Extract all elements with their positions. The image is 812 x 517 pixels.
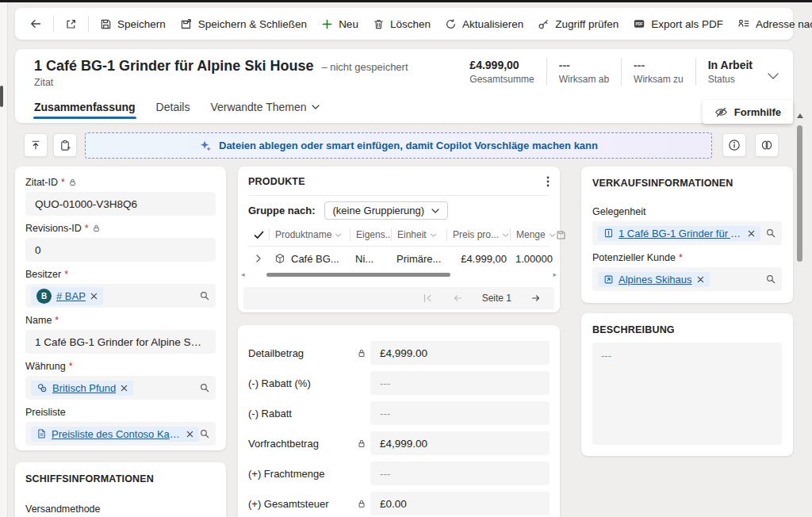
new-label: Neu (339, 18, 358, 30)
account-icon (603, 274, 614, 285)
opportunity-link[interactable]: 1 Café BG-1 Grinder für Alpine Sk... (619, 228, 743, 239)
tab-verwandte-themen[interactable]: Verwandte Themen (210, 101, 319, 123)
lock-icon (353, 348, 370, 358)
save-icon (100, 18, 112, 30)
product-einheit-cell: Primäre... (391, 253, 446, 265)
select-all-check-icon[interactable] (254, 231, 264, 239)
currency-link[interactable]: Britisch Pfund (52, 382, 116, 394)
refresh-button[interactable]: Aktualisieren (438, 13, 530, 35)
more-options-icon[interactable] (546, 175, 550, 188)
quote-id-label: Zitat-ID (25, 177, 216, 188)
pricelist-link[interactable]: Preisliste des Contoso Kaffees (52, 428, 182, 440)
stat-total-label: Gesamtsumme (469, 74, 534, 85)
next-page-icon[interactable] (530, 293, 542, 304)
search-icon[interactable] (199, 428, 210, 439)
search-icon[interactable] (765, 274, 776, 285)
rabatt-field[interactable]: --- (370, 401, 550, 425)
potential-customer-link[interactable]: Alpines Skihaus (619, 274, 692, 285)
form-help-button[interactable]: Formhilfe (703, 100, 793, 124)
check-access-button[interactable]: Zugriff prüfen (530, 13, 626, 35)
row-expand-chevron-icon[interactable] (256, 255, 261, 262)
owner-field[interactable]: B # BAP (25, 284, 216, 308)
gesamtsteuer-field[interactable]: £0.00 (370, 492, 550, 515)
remove-value-icon[interactable] (121, 385, 128, 392)
col-menge[interactable]: Menge (510, 228, 556, 241)
scroll-right-arrow-icon[interactable]: ▸ (553, 270, 557, 278)
remove-value-icon[interactable] (697, 276, 704, 283)
currency-pill: Britisch Pfund (31, 381, 133, 396)
vertical-scroll-thumb[interactable] (797, 125, 802, 262)
first-page-icon[interactable] (422, 293, 433, 304)
popout-button[interactable] (58, 13, 84, 35)
description-field[interactable]: --- (592, 343, 782, 445)
remove-value-icon[interactable] (186, 431, 193, 438)
col-produktname[interactable]: Produktname (269, 228, 350, 241)
save-view-icon[interactable] (556, 230, 566, 240)
delete-button[interactable]: Löschen (366, 13, 438, 35)
col-einheit[interactable]: Einheit (391, 228, 446, 241)
address-lookup-button[interactable]: Adresse nachschlagen (730, 13, 812, 35)
owner-label: Besitzer (25, 269, 216, 280)
product-row[interactable]: Café BG... Ni... Primäre... £4.999,00 1.… (248, 247, 550, 270)
opportunity-icon (603, 228, 614, 239)
products-horizontal-scrollbar[interactable]: ◂ ▸ (241, 271, 557, 278)
left-gutter-scroll-thumb[interactable] (0, 86, 3, 107)
record-header: 1 Café BG-1 Grinder für Alpine Ski House… (15, 49, 793, 123)
stat-effective-to-label: Wirksam zu (634, 74, 684, 85)
scroll-up-arrow-icon[interactable] (797, 113, 803, 118)
name-field[interactable]: 1 Café BG-1 Grinder for Alpine Ski House (25, 330, 216, 354)
open-in-new-window-icon (65, 18, 77, 30)
new-button[interactable]: Neu (314, 13, 366, 35)
frachtmenge-field[interactable]: --- (370, 461, 550, 485)
back-button[interactable] (22, 13, 49, 35)
required-asterisk (85, 223, 89, 234)
shipping-section-title: SCHIFFSINFORMATIONEN (25, 473, 216, 484)
scroll-left-arrow-icon[interactable]: ◂ (241, 270, 245, 278)
previous-page-icon[interactable] (452, 293, 463, 304)
plus-icon (321, 18, 333, 30)
search-icon[interactable] (765, 228, 776, 239)
revision-id-field[interactable]: 0 (25, 238, 216, 262)
eye-off-icon (714, 106, 728, 118)
products-pager: Seite 1 (243, 287, 554, 309)
trash-icon (373, 18, 385, 30)
contact-card-icon (737, 17, 750, 30)
export-pdf-button[interactable]: PDF Export als PDF (626, 13, 730, 35)
vorfrachtbetrag-field[interactable]: £4,999.00 (370, 431, 550, 455)
info-button[interactable] (722, 133, 746, 157)
back-arrow-icon (29, 17, 42, 30)
save-and-close-button[interactable]: Speichern & Schließen (173, 13, 314, 35)
window-top-edge (0, 0, 812, 2)
rabatt-prozent-field[interactable]: --- (370, 371, 550, 395)
tab-details[interactable]: Details (156, 101, 190, 123)
header-expand-chevron-icon[interactable] (768, 73, 779, 79)
search-icon[interactable] (199, 382, 210, 393)
owner-link[interactable]: # BAP (56, 290, 86, 302)
horizontal-scroll-thumb[interactable] (266, 273, 450, 277)
form-help-label: Formhilfe (734, 106, 781, 118)
products-table-header: Produktname Eigens... Einheit Preis pro.… (248, 225, 550, 244)
save-button[interactable]: Speichern (93, 13, 173, 35)
currency-field[interactable]: Britisch Pfund (25, 376, 216, 400)
currency-label: Währung (25, 361, 216, 372)
pdf-icon: PDF (633, 17, 645, 30)
pricelist-field[interactable]: Preisliste des Contoso Kaffees (25, 422, 216, 446)
svg-text:PDF: PDF (636, 22, 643, 26)
copilot-button[interactable] (755, 133, 779, 157)
col-eigenschaften[interactable]: Eigens... (350, 228, 391, 241)
search-icon[interactable] (199, 290, 210, 301)
opportunity-field[interactable]: 1 Café BG-1 Grinder für Alpine Sk... (592, 221, 782, 245)
col-preis-pro[interactable]: Preis pro... (446, 228, 510, 241)
copilot-drop-banner[interactable]: Dateien ablegen oder smart einfügen, dam… (85, 132, 712, 159)
quote-id-field[interactable]: QUO-01000-V3H8Q6 (25, 192, 216, 216)
tab-zusammenfassung[interactable]: Zusammenfassung (34, 101, 136, 123)
remove-value-icon[interactable] (748, 230, 755, 237)
remove-value-icon[interactable] (90, 293, 98, 300)
smart-paste-button[interactable] (53, 133, 77, 157)
potential-customer-field[interactable]: Alpines Skihaus (592, 267, 782, 291)
pricelist-pill: Preisliste des Contoso Kaffees (31, 427, 199, 442)
collapse-all-button[interactable] (24, 133, 48, 157)
group-by-dropdown[interactable]: (keine Gruppierung) (324, 201, 449, 220)
toolbar-divider (88, 16, 89, 32)
detailbetrag-field[interactable]: £4,999.00 (370, 341, 550, 365)
